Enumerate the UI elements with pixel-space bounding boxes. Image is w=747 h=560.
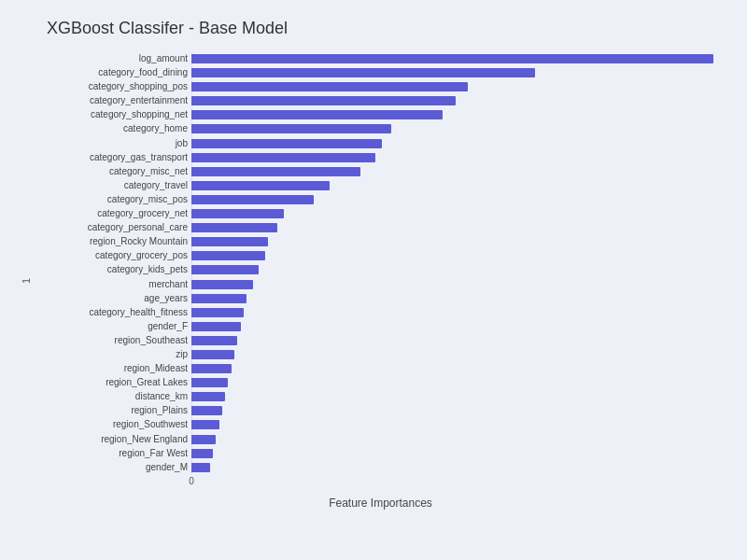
- bar-row: [191, 94, 728, 107]
- bar: [191, 110, 443, 119]
- bar: [191, 223, 277, 232]
- bar: [191, 463, 210, 472]
- bar-row: [191, 306, 728, 319]
- bar-row: [191, 207, 728, 220]
- y-label: region_Mideast: [33, 362, 188, 375]
- bar: [191, 237, 268, 246]
- chart-title: XGBoost Classifer - Base Model: [47, 19, 728, 38]
- bar-row: [191, 80, 728, 93]
- bar: [191, 181, 330, 190]
- x-tick: 0: [189, 476, 194, 486]
- bar: [191, 308, 244, 317]
- bar-row: [191, 404, 728, 417]
- bar-row: [191, 151, 728, 164]
- y-label: category_grocery_net: [33, 207, 188, 220]
- chart-container: XGBoost Classifer - Base Model 1 log_amo…: [0, 0, 747, 560]
- bar-row: [191, 278, 728, 291]
- y-label: gender_F: [33, 320, 188, 333]
- bar-row: [191, 52, 728, 65]
- y-label: job: [33, 137, 188, 150]
- bar: [191, 364, 232, 373]
- y-label: merchant: [33, 278, 188, 291]
- y-label: zip: [33, 348, 188, 361]
- bar-row: [191, 263, 728, 276]
- y-label: log_amount: [33, 52, 188, 65]
- bar-row: [191, 179, 728, 192]
- bar-row: [191, 390, 728, 403]
- y-label: distance_km: [33, 390, 188, 403]
- bar: [191, 54, 713, 63]
- bar-row: [191, 193, 728, 206]
- y-label: region_Plains: [33, 404, 188, 417]
- bar-row: [191, 165, 728, 178]
- bar-row: [191, 235, 728, 248]
- bar: [191, 195, 314, 204]
- y-label: category_kids_pets: [33, 263, 188, 276]
- y-label: region_Rocky Mountain: [33, 235, 188, 248]
- bar: [191, 68, 535, 77]
- bar-row: [191, 122, 728, 135]
- bar-row: [191, 433, 728, 446]
- y-label: category_health_fitness: [33, 306, 188, 319]
- y-label: category_misc_net: [33, 165, 188, 178]
- bar: [191, 124, 391, 133]
- y-label: category_travel: [33, 179, 188, 192]
- bar: [191, 82, 468, 91]
- bar-row: [191, 418, 728, 431]
- bar-row: [191, 348, 728, 361]
- bar-row: [191, 292, 728, 305]
- bar-row: [191, 362, 728, 375]
- y-label: region_Great Lakes: [33, 376, 188, 389]
- y-labels: log_amountcategory_food_diningcategory_s…: [33, 52, 191, 474]
- y-label: category_shopping_net: [33, 108, 188, 121]
- bar-row: [191, 66, 728, 79]
- bars-area: [191, 52, 728, 474]
- bar-row: [191, 249, 728, 262]
- y-label: region_New England: [33, 433, 188, 446]
- y-label: category_gas_transport: [33, 151, 188, 164]
- y-label: category_home: [33, 122, 188, 135]
- bar: [191, 153, 375, 162]
- y-label: gender_M: [33, 461, 188, 474]
- bars-section: log_amountcategory_food_diningcategory_s…: [33, 52, 728, 474]
- y-label: region_Southwest: [33, 418, 188, 431]
- bar: [191, 406, 222, 415]
- bar-row: [191, 447, 728, 460]
- bar: [191, 251, 265, 260]
- x-axis: 00.050.10.15: [191, 476, 728, 495]
- plot-area: log_amountcategory_food_diningcategory_s…: [33, 52, 728, 510]
- y-axis-label: 1: [19, 52, 33, 510]
- y-label: age_years: [33, 292, 188, 305]
- bar: [191, 167, 360, 176]
- bar: [191, 294, 247, 303]
- bar: [191, 280, 253, 289]
- bar: [191, 265, 259, 274]
- bar: [191, 420, 219, 429]
- y-label: category_food_dining: [33, 66, 188, 79]
- bar: [191, 336, 237, 345]
- y-label: category_grocery_pos: [33, 249, 188, 262]
- bar-row: [191, 221, 728, 234]
- bar-row: [191, 376, 728, 389]
- bar: [191, 449, 213, 458]
- bar-row: [191, 137, 728, 150]
- bar: [191, 435, 216, 444]
- x-axis-title: Feature Importances: [33, 497, 728, 510]
- bar: [191, 209, 284, 218]
- y-label: category_shopping_pos: [33, 80, 188, 93]
- bar: [191, 392, 225, 401]
- bar-row: [191, 461, 728, 474]
- y-label: region_Far West: [33, 447, 188, 460]
- y-label: category_personal_care: [33, 221, 188, 234]
- y-label: region_Southeast: [33, 334, 188, 347]
- y-label: category_misc_pos: [33, 193, 188, 206]
- bar-row: [191, 334, 728, 347]
- bar: [191, 350, 234, 359]
- chart-area: 1 log_amountcategory_food_diningcategory…: [19, 52, 728, 510]
- bar: [191, 322, 241, 331]
- y-label: category_entertainment: [33, 94, 188, 107]
- bar-row: [191, 320, 728, 333]
- bar: [191, 378, 228, 387]
- bar-row: [191, 108, 728, 121]
- bar: [191, 96, 456, 105]
